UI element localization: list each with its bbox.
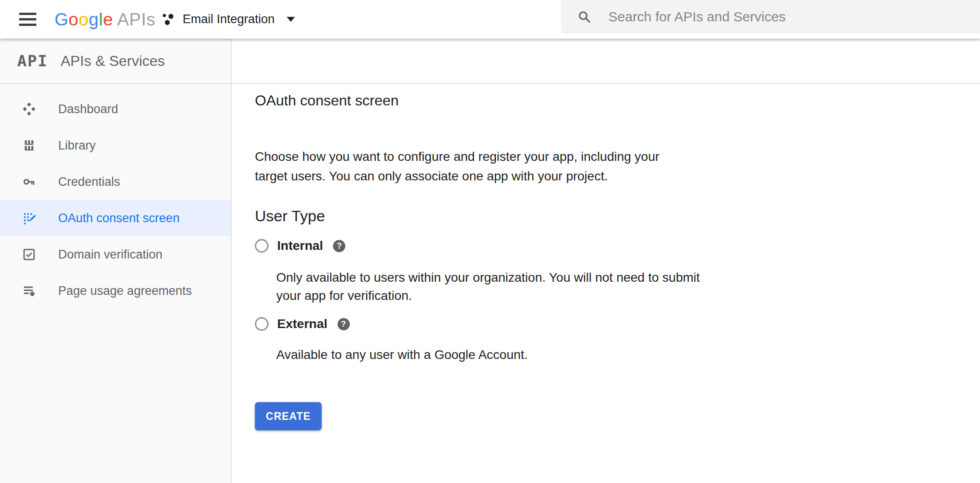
search-bar[interactable]	[561, 0, 980, 34]
hamburger-icon	[19, 13, 36, 15]
sidebar-item-label: OAuth consent screen	[58, 211, 179, 225]
sidebar-item-credentials[interactable]: Credentials	[0, 164, 231, 200]
page-usage-agreements-icon	[22, 284, 36, 298]
logo-letter: G	[55, 10, 69, 29]
internal-radio[interactable]	[255, 239, 269, 253]
sidebar: API APIs & Services Dashboard	[0, 39, 232, 483]
page-title: OAuth consent screen	[255, 90, 399, 111]
logo-letter: g	[89, 10, 99, 29]
sidebar-item-label: Domain verification	[58, 248, 163, 262]
external-option-description: Available to any user with a Google Acco…	[276, 346, 701, 364]
sidebar-item-domain-verification[interactable]: Domain verification	[0, 236, 231, 273]
sidebar-item-oauth-consent-screen[interactable]: OAuth consent screen	[0, 200, 231, 236]
search-input[interactable]	[607, 9, 966, 25]
sidebar-item-label: Library	[58, 139, 96, 153]
external-option-label[interactable]: External	[277, 317, 328, 331]
internal-help-icon[interactable]: ?	[333, 240, 345, 252]
google-wordmark: Google	[55, 10, 113, 30]
api-logo: API	[17, 52, 48, 70]
sidebar-title: APIs & Services	[60, 53, 164, 70]
external-radio[interactable]	[255, 317, 269, 331]
dashboard-icon	[22, 102, 36, 116]
project-name: Email Integration	[183, 12, 275, 26]
google-apis-logo[interactable]: Google APIs	[55, 0, 155, 39]
user-type-heading: User Type	[255, 206, 325, 226]
logo-letter: o	[69, 10, 79, 29]
sidebar-item-label: Dashboard	[58, 102, 118, 116]
sidebar-item-page-usage-agreements[interactable]: Page usage agreements	[0, 273, 231, 309]
external-help-icon[interactable]: ?	[338, 318, 350, 330]
sidebar-nav: Dashboard Library	[0, 91, 231, 309]
internal-option-row[interactable]: Internal ?	[255, 239, 345, 253]
search-icon	[577, 10, 591, 24]
create-button[interactable]: CREATE	[255, 402, 322, 430]
logo-letter: o	[79, 10, 89, 29]
oauth-consent-icon	[22, 211, 36, 225]
sidebar-item-label: Credentials	[58, 175, 120, 189]
intro-text: Choose how you want to configure and reg…	[255, 147, 693, 186]
external-option-row[interactable]: External ?	[255, 317, 350, 331]
key-icon	[22, 174, 36, 189]
hamburger-menu-button[interactable]	[19, 12, 37, 27]
logo-suffix: APIs	[117, 10, 155, 30]
google-cloud-console: Google APIs Email Integration	[0, 0, 980, 483]
top-app-bar: Google APIs Email Integration	[0, 0, 980, 39]
library-icon	[22, 138, 36, 153]
internal-option-label[interactable]: Internal	[277, 239, 323, 253]
project-selector[interactable]: Email Integration	[162, 0, 295, 39]
logo-letter: e	[103, 10, 113, 29]
chevron-down-icon	[287, 17, 295, 22]
logo-letter: l	[99, 10, 103, 29]
sidebar-item-dashboard[interactable]: Dashboard	[0, 91, 231, 127]
sidebar-item-label: Page usage agreements	[58, 284, 192, 298]
project-icon	[162, 13, 175, 26]
domain-verification-icon	[22, 247, 36, 262]
main-content: OAuth consent screen Choose how you want…	[233, 39, 980, 483]
sidebar-item-library[interactable]: Library	[0, 127, 231, 164]
internal-option-description: Only available to users within your orga…	[276, 269, 701, 305]
sidebar-header: API APIs & Services	[0, 39, 231, 83]
header-divider	[0, 83, 980, 84]
